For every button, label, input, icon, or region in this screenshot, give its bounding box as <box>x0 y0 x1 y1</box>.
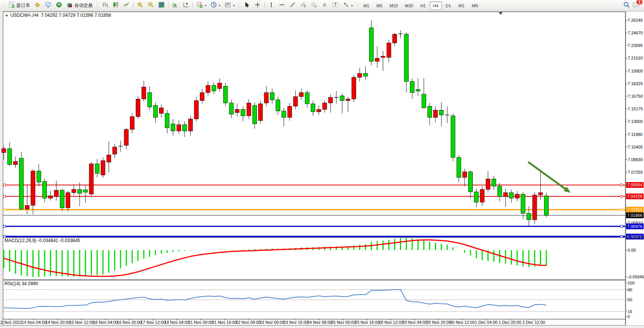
line-handle[interactable] <box>3 236 6 238</box>
crosshair-button[interactable] <box>252 1 263 10</box>
line-handle[interactable] <box>620 184 623 186</box>
toolbar-grip[interactable] <box>3 2 5 10</box>
svg-text:7.04226: 7.04226 <box>627 194 642 199</box>
line-chart-button[interactable] <box>121 1 132 10</box>
candle-body <box>474 192 479 202</box>
timeframe-button-H4[interactable]: H4 <box>430 2 442 10</box>
line-handle[interactable] <box>620 195 623 197</box>
main-pane[interactable] <box>3 12 625 237</box>
macd-pane[interactable] <box>3 238 625 280</box>
candle-body <box>363 73 368 76</box>
editor-button[interactable] <box>32 1 43 10</box>
svg-text:0.00: 0.00 <box>628 248 636 252</box>
svg-text:7.10405: 7.10405 <box>628 145 643 149</box>
status-bar <box>0 325 644 328</box>
cursor-icon <box>244 2 250 10</box>
toolbar-grip[interactable] <box>356 2 358 10</box>
navigator-button[interactable] <box>54 1 64 10</box>
text-label-button[interactable]: T <box>330 1 340 10</box>
timeframe-button-M5[interactable]: M5 <box>373 2 385 10</box>
candle-body <box>101 161 105 175</box>
candle-body <box>498 186 502 197</box>
timeframe-button-D1[interactable]: D1 <box>442 2 454 10</box>
add-indicator-button[interactable]: ▾ <box>194 1 208 10</box>
candle-body <box>200 92 204 100</box>
candle-body <box>486 179 490 189</box>
zoom-in-icon <box>137 2 143 10</box>
candle-body <box>346 99 350 100</box>
line-handle[interactable] <box>3 184 6 186</box>
timeframe-button-W1[interactable]: W1 <box>455 2 468 10</box>
svg-text:7.19900: 7.19900 <box>628 69 643 73</box>
timeframe-button-M1[interactable]: M1 <box>360 2 373 10</box>
line-handle[interactable] <box>3 195 6 197</box>
toolbar-grip[interactable] <box>238 2 240 10</box>
svg-text:-0.059451: -0.059451 <box>628 275 644 279</box>
bar-chart-button[interactable] <box>100 1 110 10</box>
tile-windows-button[interactable] <box>156 1 167 10</box>
candle-body <box>130 116 134 129</box>
collapse-caret-icon[interactable]: ▼ <box>5 14 8 18</box>
candle-body <box>54 190 58 197</box>
autotrade-button[interactable]: 自动交易 <box>64 1 95 10</box>
svg-text:F: F <box>315 5 316 8</box>
candlestick-chart-button[interactable] <box>111 1 121 10</box>
toolbar: 新订单 自动交易 <box>0 0 644 11</box>
svg-text:7.01856: 7.01856 <box>627 213 642 218</box>
autotrade-icon <box>66 2 73 10</box>
notifications-icon[interactable]: 1 <box>633 2 640 10</box>
auto-scroll-button[interactable] <box>181 1 191 10</box>
new-order-button[interactable]: 新订单 <box>6 1 32 10</box>
candle-body <box>77 189 82 193</box>
timeframe-button-M15[interactable]: M15 <box>386 2 401 10</box>
horizontal-line-button[interactable] <box>277 1 287 10</box>
candle-body <box>31 171 35 205</box>
equidistant-channel-button[interactable]: E <box>298 1 308 10</box>
line-handle[interactable] <box>620 236 623 238</box>
text-button[interactable]: A <box>320 1 330 10</box>
templates-button[interactable]: ▾ <box>223 1 236 10</box>
periods-icon <box>210 2 217 10</box>
svg-text:7.21520: 7.21520 <box>628 56 643 60</box>
candle-body <box>136 99 140 116</box>
dropdown-caret-icon: ▾ <box>233 4 234 7</box>
timeframe-button-M30[interactable]: M30 <box>401 2 416 10</box>
line-handle[interactable] <box>620 208 623 211</box>
timeframe-button-MN[interactable]: MN <box>468 2 482 10</box>
svg-text:29 Nov 04:00: 29 Nov 04:00 <box>402 320 427 325</box>
svg-text:28 Nov 12:00: 28 Nov 12:00 <box>379 320 403 325</box>
zoom-in-button[interactable] <box>135 1 145 10</box>
candle-body <box>393 34 397 43</box>
line-handle[interactable] <box>620 225 623 228</box>
price-badge: 7.01856 <box>626 212 644 218</box>
arrows-button[interactable]: ▾ <box>341 1 355 10</box>
svg-text:7.07255: 7.07255 <box>628 170 643 175</box>
candle-body <box>188 119 193 131</box>
candle-body <box>218 83 222 89</box>
price-badge: 7.00476 <box>626 223 644 229</box>
fibonacci-button[interactable]: F <box>309 1 319 10</box>
candle-body <box>294 97 298 106</box>
cursor-button[interactable] <box>242 1 252 10</box>
svg-text:24 Nov 08:00: 24 Nov 08:00 <box>307 320 332 325</box>
time-axis[interactable]: 11 Nov 202214 Nov 04:0014 Nov 20:0015 No… <box>0 319 545 325</box>
chart-canvas[interactable]: 7.262457.246707.230957.215207.199007.183… <box>0 0 644 328</box>
svg-text:25 Nov 16:00: 25 Nov 16:00 <box>355 320 379 325</box>
vertical-line-button[interactable] <box>266 1 276 10</box>
market-watch-button[interactable] <box>43 1 53 10</box>
price-badge: 7.02569 <box>626 207 644 213</box>
svg-text:23 Nov 16:00: 23 Nov 16:00 <box>283 320 308 325</box>
svg-text:T: T <box>334 3 337 7</box>
zoom-out-button[interactable] <box>146 1 156 10</box>
rsi-indicator-label: RSI(14) 34.0990 <box>5 281 38 286</box>
chart-shift-button[interactable] <box>170 1 180 10</box>
line-handle[interactable] <box>3 208 6 211</box>
periods-button[interactable]: ▾ <box>209 1 222 10</box>
candle-body <box>427 106 432 117</box>
timeframe-button-H1[interactable]: H1 <box>417 2 429 10</box>
line-handle[interactable] <box>3 225 6 228</box>
toolbar-grip[interactable] <box>96 2 98 10</box>
trend-line-button[interactable] <box>287 1 298 10</box>
svg-text:7.13600: 7.13600 <box>628 119 643 124</box>
search-icon[interactable] <box>623 1 630 10</box>
